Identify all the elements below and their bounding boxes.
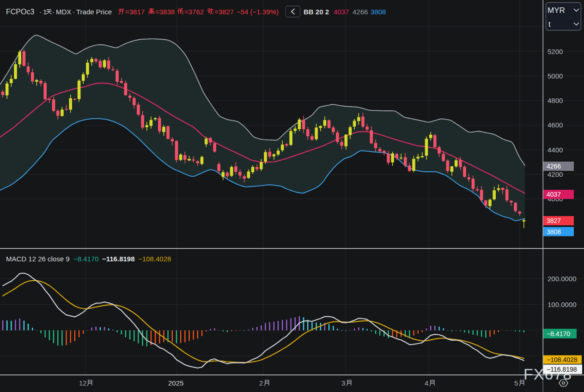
svg-text:FCPOc3: FCPOc3 (6, 8, 34, 16)
svg-text:4037: 4037 (334, 8, 349, 16)
svg-text:3808: 3808 (371, 8, 386, 16)
svg-text:=3827: =3827 (214, 8, 234, 16)
svg-text:1: 1 (43, 8, 47, 16)
svg-text:4037: 4037 (547, 191, 561, 198)
svg-text:4400: 4400 (548, 146, 563, 154)
svg-text:−8.4170: −8.4170 (547, 330, 570, 338)
svg-text:t: t (548, 20, 551, 28)
svg-text:12: 12 (79, 379, 87, 387)
svg-text:=3762: =3762 (184, 8, 204, 16)
svg-text:−116.8198: −116.8198 (547, 366, 577, 373)
svg-text:5200: 5200 (548, 48, 563, 55)
svg-text:MYR: MYR (548, 6, 565, 15)
svg-text:MDX: MDX (56, 8, 71, 16)
svg-text:−108.4028: −108.4028 (138, 255, 171, 263)
svg-text:200.0000: 200.0000 (548, 275, 577, 283)
svg-text:BB 20 2: BB 20 2 (304, 8, 329, 16)
svg-text:3827: 3827 (547, 217, 561, 224)
svg-text:3808: 3808 (547, 228, 561, 235)
svg-text:4: 4 (425, 379, 428, 387)
svg-text:−116.8198: −116.8198 (102, 255, 135, 263)
svg-text:−54 (−1.39%): −54 (−1.39%) (237, 8, 279, 16)
svg-text:=3838: =3838 (155, 8, 175, 16)
svg-text:2025: 2025 (168, 379, 183, 387)
svg-text:100.0000: 100.0000 (548, 301, 577, 308)
svg-text:3: 3 (341, 379, 345, 387)
svg-text:2: 2 (259, 379, 263, 387)
svg-text:5000: 5000 (548, 72, 563, 80)
svg-text:−108.4028: −108.4028 (547, 356, 578, 363)
svg-text:−8.4170: −8.4170 (73, 255, 99, 263)
svg-text:·: · (73, 8, 75, 16)
svg-text:MACD 12 26 close 9: MACD 12 26 close 9 (6, 255, 70, 263)
svg-text:·: · (39, 8, 42, 16)
svg-text:4800: 4800 (548, 96, 563, 104)
svg-text:4200: 4200 (548, 170, 563, 178)
svg-text:4266: 4266 (353, 8, 368, 16)
svg-text:4266: 4266 (547, 163, 561, 170)
svg-text:·: · (52, 8, 55, 16)
svg-text:=3817: =3817 (125, 8, 145, 16)
svg-text:4600: 4600 (548, 121, 563, 129)
svg-text:Trade Price: Trade Price (76, 8, 112, 16)
svg-text:5: 5 (514, 379, 518, 387)
